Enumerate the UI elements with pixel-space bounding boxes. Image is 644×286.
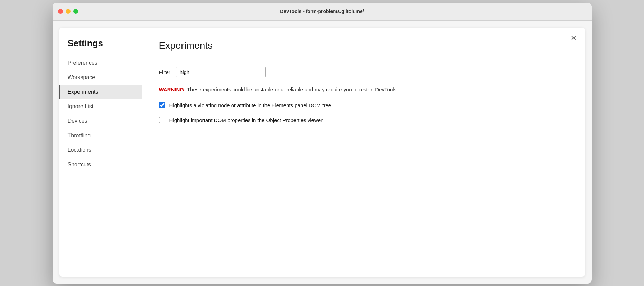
sidebar-item-experiments[interactable]: Experiments	[59, 85, 142, 99]
sidebar-item-locations[interactable]: Locations	[59, 143, 142, 157]
warning-message: These experiments could be unstable or u…	[186, 86, 398, 92]
sidebar-item-workspace[interactable]: Workspace	[59, 70, 142, 85]
filter-input[interactable]	[176, 67, 266, 77]
sidebar-item-preferences[interactable]: Preferences	[59, 56, 142, 70]
traffic-lights	[58, 9, 78, 14]
experiment-item-1: Highlights a violating node or attribute…	[159, 102, 568, 110]
window-title: DevTools - form-problems.glitch.me/	[280, 9, 364, 14]
sidebar-heading: Settings	[59, 38, 142, 56]
experiment-label-1: Highlights a violating node or attribute…	[169, 102, 332, 110]
minimize-traffic-light[interactable]	[66, 9, 71, 14]
titlebar: DevTools - form-problems.glitch.me/	[53, 3, 592, 21]
filter-row: Filter	[159, 67, 568, 77]
experiment-label-2: Highlight important DOM properties in th…	[169, 117, 323, 124]
filter-label: Filter	[159, 69, 170, 75]
experiment-checkbox-1[interactable]	[159, 102, 165, 108]
experiment-item-2: Highlight important DOM properties in th…	[159, 117, 568, 124]
sidebar-item-ignore-list[interactable]: Ignore List	[59, 99, 142, 114]
experiment-checkbox-2[interactable]	[159, 117, 165, 123]
page-title: Experiments	[159, 40, 568, 51]
devtools-window: DevTools - form-problems.glitch.me/ Sett…	[53, 3, 592, 284]
sidebar-item-throttling[interactable]: Throttling	[59, 128, 142, 143]
sidebar: Settings Preferences Workspace Experimen…	[59, 28, 142, 277]
main-panel: ✕ Experiments Filter WARNING: These expe…	[142, 28, 585, 277]
close-button[interactable]: ✕	[571, 35, 577, 41]
maximize-traffic-light[interactable]	[73, 9, 78, 14]
warning-text: WARNING: These experiments could be unst…	[159, 86, 568, 94]
sidebar-item-devices[interactable]: Devices	[59, 114, 142, 128]
close-traffic-light[interactable]	[58, 9, 63, 14]
sidebar-item-shortcuts[interactable]: Shortcuts	[59, 157, 142, 172]
divider	[159, 57, 568, 57]
warning-label: WARNING:	[159, 86, 186, 92]
content-area: Settings Preferences Workspace Experimen…	[59, 28, 585, 277]
